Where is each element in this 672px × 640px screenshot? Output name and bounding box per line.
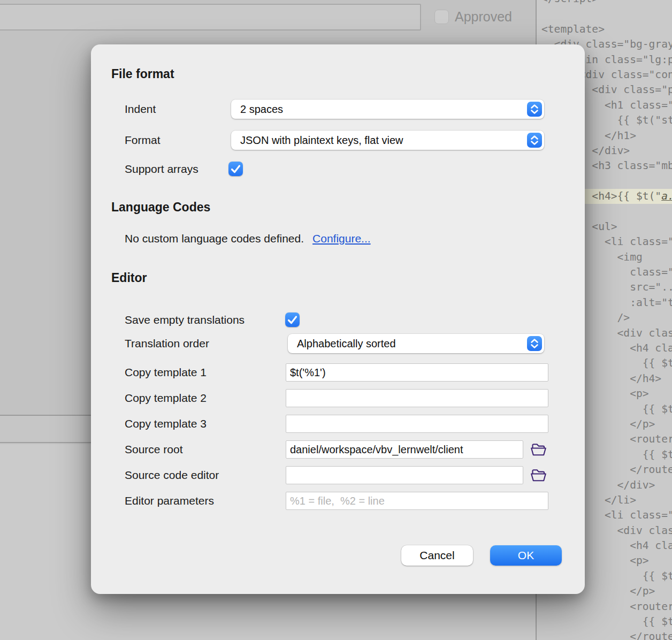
copy-template-3-input[interactable] [286,415,548,433]
save-empty-checkbox[interactable] [285,313,300,327]
translation-order-label: Translation order [125,334,209,353]
format-select[interactable]: JSON with plaintext keys, flat view [231,131,544,150]
save-empty-label: Save empty translations [125,310,245,330]
copy-template-3-row: Copy template 3 [91,414,585,433]
copy-template-2-row: Copy template 2 [91,388,585,408]
copy-template-1-label: Copy template 1 [125,363,207,382]
cancel-button[interactable]: Cancel [401,545,473,566]
editor-heading: Editor [111,270,147,286]
format-label: Format [125,131,161,150]
format-select-value: JSON with plaintext keys, flat view [231,134,403,147]
editor-parameters-input[interactable] [286,492,548,510]
source-code-editor-label: Source code editor [125,466,219,485]
translation-order-row: Translation order Alphabetically sorted [91,334,585,353]
source-code-editor-row: Source code editor [91,466,585,485]
indent-select[interactable]: 2 spaces [231,100,544,119]
select-stepper-icon [527,336,542,351]
source-code-editor-browse-button[interactable] [530,467,547,483]
code-line: </router [537,629,672,640]
source-root-label: Source root [125,440,183,459]
editor-parameters-row: Editor parameters [91,491,585,511]
editor-parameters-label: Editor parameters [125,491,214,511]
copy-template-1-row: Copy template 1 [91,363,585,382]
indent-row: Indent 2 spaces [91,100,585,119]
source-root-input[interactable] [286,440,523,459]
select-stepper-icon [527,133,542,148]
copy-template-2-label: Copy template 2 [125,388,207,408]
code-line: {{ $t( [537,614,672,629]
settings-dialog: File format Indent 2 spaces Format JSON … [91,44,585,594]
copy-template-2-input[interactable] [286,389,548,407]
language-codes-row: No custom language codes defined. Config… [91,229,585,248]
source-root-row: Source root [91,440,585,459]
translation-order-select[interactable]: Alphabetically sorted [288,334,544,353]
save-empty-row: Save empty translations [91,310,585,330]
format-row: Format JSON with plaintext keys, flat vi… [91,131,585,150]
translation-key-link[interactable]: a. [661,190,672,202]
approved-checkbox[interactable] [434,10,449,24]
language-codes-heading: Language Codes [111,199,210,215]
copy-template-1-input[interactable] [286,363,548,382]
support-arrays-checkbox[interactable] [228,162,243,176]
language-codes-status: No custom language codes defined. Config… [125,229,371,248]
file-format-heading: File format [111,66,174,82]
indent-select-value: 2 spaces [231,103,283,116]
translation-textarea[interactable] [0,4,421,31]
select-stepper-icon [527,102,542,117]
support-arrays-row: Support arrays [91,159,585,179]
ok-button[interactable]: OK [490,545,562,566]
approved-label: Approved [455,9,512,25]
code-line: <template> [537,22,672,37]
translation-order-value: Alphabetically sorted [288,338,396,350]
language-codes-status-text: No custom language codes defined. [125,229,304,248]
approved-checkbox-row: Approved [434,9,512,25]
dialog-buttons-row: Cancel OK [91,545,585,565]
code-line [537,6,672,21]
code-line: </script> [537,0,672,6]
source-code-editor-input[interactable] [286,466,523,484]
copy-template-3-label: Copy template 3 [125,414,207,433]
code-line: <router- [537,599,672,614]
configure-link[interactable]: Configure... [312,229,371,248]
indent-label: Indent [125,100,156,119]
source-root-browse-button[interactable] [530,441,547,457]
support-arrays-label: Support arrays [125,159,198,179]
